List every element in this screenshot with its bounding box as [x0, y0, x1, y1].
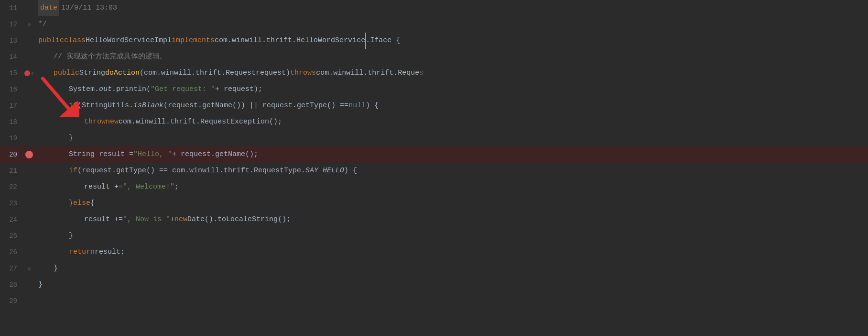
gutter-15: ◇	[22, 65, 36, 81]
code-line-11: 11 date 13/9/11 13:03	[0, 0, 868, 16]
gutter-18	[22, 114, 36, 130]
line-number-21: 21	[0, 163, 22, 179]
line-content-13: public class HelloWordServiceImpl implem…	[36, 33, 868, 49]
code-line-29: 29	[0, 293, 868, 309]
code-line-24: 24 result += ", Now is " + new Date().to…	[0, 212, 868, 228]
gutter-11	[22, 0, 36, 16]
line-content-18: throw new com.winwill.thrift.RequestExce…	[36, 114, 868, 130]
breakpoint-15[interactable]	[24, 70, 30, 76]
fold-icon-27[interactable]: ◇	[27, 265, 31, 272]
code-line-18: 18 throw new com.winwill.thrift.RequestE…	[0, 114, 868, 130]
code-lines: 11 date 13/9/11 13:03 12 ◇ */ 13 public …	[0, 0, 868, 336]
line-number-14: 14	[0, 49, 22, 65]
line-content-17: if (StringUtils.isBlank(request.getName(…	[36, 98, 868, 114]
line-content-26: return result;	[36, 244, 868, 260]
code-line-21: 21 if (request.getType() == com.winwill.…	[0, 163, 868, 179]
line-number-26: 26	[0, 244, 22, 260]
line-number-13: 13	[0, 33, 22, 49]
gutter-24	[22, 212, 36, 228]
line-number-15: 15	[0, 65, 22, 81]
line-number-27: 27	[0, 260, 22, 277]
line-number-25: 25	[0, 228, 22, 244]
code-line-22: 22 result += ", Welcome!";	[0, 179, 868, 195]
gutter-14	[22, 49, 36, 65]
line-content-28: }	[36, 277, 868, 293]
line-content-20: String result = "Hello, " + request.getN…	[36, 146, 868, 163]
gutter-20	[22, 146, 36, 163]
breakpoint-20[interactable]	[25, 151, 33, 158]
code-line-27: 27 ◇ }	[0, 260, 868, 277]
line-content-22: result += ", Welcome!";	[36, 179, 868, 195]
code-line-12: 12 ◇ */	[0, 16, 868, 33]
fold-icon-12[interactable]: ◇	[27, 21, 31, 28]
line-number-28: 28	[0, 277, 22, 293]
line-content-11: date 13/9/11 13:03	[36, 0, 868, 16]
line-number-18: 18	[0, 114, 22, 130]
line-number-29: 29	[0, 293, 22, 309]
gutter-26	[22, 244, 36, 260]
line-number-24: 24	[0, 212, 22, 228]
gutter-29	[22, 293, 36, 309]
code-line-16: 16 System.out.println("Get request: " + …	[0, 81, 868, 98]
line-number-23: 23	[0, 195, 22, 212]
line-content-27: }	[36, 260, 868, 277]
code-editor: 11 date 13/9/11 13:03 12 ◇ */ 13 public …	[0, 0, 868, 336]
line-number-11: 11	[0, 0, 22, 16]
line-content-12: */	[36, 16, 868, 33]
line-number-19: 19	[0, 130, 22, 146]
fold-icon-15[interactable]: ◇	[31, 70, 34, 76]
code-line-20: 20 String result = "Hello, " + request.g…	[0, 146, 868, 163]
code-line-26: 26 return result;	[0, 244, 868, 260]
gutter-25	[22, 228, 36, 244]
line-number-22: 22	[0, 179, 22, 195]
line-content-29	[36, 293, 868, 309]
code-line-19: 19 }	[0, 130, 868, 146]
line-content-24: result += ", Now is " + new Date().toLoc…	[36, 212, 868, 228]
gutter-28	[22, 277, 36, 293]
gutter-27: ◇	[22, 260, 36, 277]
code-line-25: 25 }	[0, 228, 868, 244]
gutter-23	[22, 195, 36, 212]
line-number-12: 12	[0, 16, 22, 33]
code-line-17: 17 if (StringUtils.isBlank(request.getNa…	[0, 98, 868, 114]
line-content-14: // 实现这个方法完成具体的逻辑。	[36, 49, 868, 65]
code-line-13: 13 public class HelloWordServiceImpl imp…	[0, 33, 868, 49]
gutter-21	[22, 163, 36, 179]
gutter-17	[22, 98, 36, 114]
code-line-15: 15 ◇ public String doAction(com.winwill.…	[0, 65, 868, 81]
line-content-15: public String doAction(com.winwill.thrif…	[36, 65, 868, 81]
gutter-19	[22, 130, 36, 146]
line-number-16: 16	[0, 81, 22, 98]
gutter-12: ◇	[22, 16, 36, 33]
line-content-25: }	[36, 228, 868, 244]
gutter-22	[22, 179, 36, 195]
line-content-16: System.out.println("Get request: " + req…	[36, 81, 868, 98]
code-line-28: 28 }	[0, 277, 868, 293]
line-content-21: if (request.getType() == com.winwill.thr…	[36, 163, 868, 179]
gutter-16	[22, 81, 36, 98]
line-content-23: } else {	[36, 195, 868, 212]
code-line-14: 14 // 实现这个方法完成具体的逻辑。	[0, 49, 868, 65]
line-number-20: 20	[0, 146, 22, 163]
code-line-23: 23 } else {	[0, 195, 868, 212]
line-content-19: }	[36, 130, 868, 146]
gutter-13	[22, 33, 36, 49]
line-number-17: 17	[0, 98, 22, 114]
